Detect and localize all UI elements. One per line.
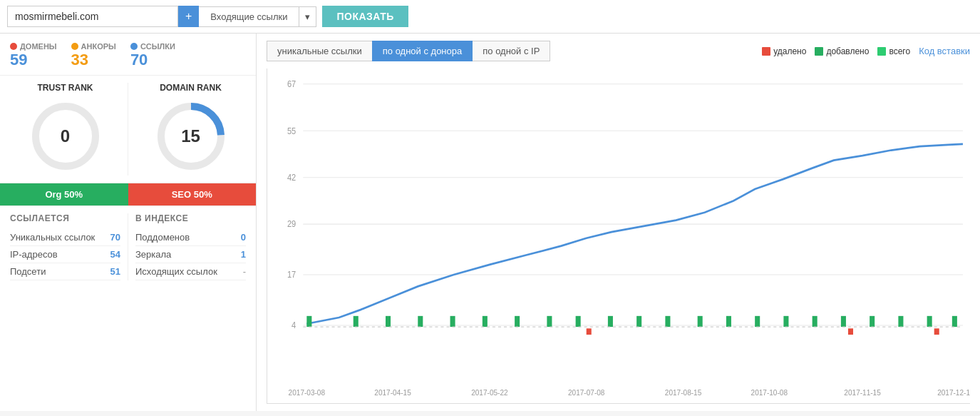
domains-stat: ДОМЕНЫ 59 [10, 42, 57, 69]
domains-dot [10, 43, 17, 50]
links-dot [130, 43, 138, 50]
chart-area: 67 55 42 29 17 4 [267, 69, 970, 404]
tab-one-per-ip[interactable]: по одной с IP [472, 41, 550, 61]
legend-added: добавлено [815, 46, 869, 56]
total-label: всего [889, 46, 910, 56]
v-indekse-col: В ИНДЕКСЕ Поддоменов 0 Зеркала 1 Исходящ… [135, 213, 246, 280]
svg-text:2017-10-08: 2017-10-08 [751, 389, 788, 397]
added-label: добавлено [826, 46, 869, 56]
add-button[interactable]: + [178, 6, 199, 27]
mirrors-label: Зеркала [135, 249, 171, 260]
legend-total: всего [877, 46, 910, 56]
svg-text:29: 29 [287, 220, 296, 228]
anchors-stat: АНКОРЫ 33 [71, 42, 116, 69]
links-label: ССЫЛКИ [130, 42, 175, 51]
links-stat: ССЫЛКИ 70 [130, 42, 175, 69]
tab-one-per-donor[interactable]: по одной с донора [372, 41, 473, 61]
trust-rank-item: TRUST RANK 0 [10, 83, 120, 176]
bar-added [418, 316, 423, 327]
anchors-value: 33 [71, 51, 116, 69]
bar-added [306, 316, 311, 327]
tab-unique-links[interactable]: уникальные ссылки [267, 41, 373, 61]
top-bar: + Входящие ссылки ▾ ПОКАЗАТЬ [0, 0, 980, 34]
bar-added [665, 316, 670, 327]
ip-value: 54 [110, 249, 120, 260]
bar-removed [848, 328, 853, 335]
dropdown-arrow-button[interactable]: ▾ [299, 6, 316, 27]
svg-text:2017-05-22: 2017-05-22 [471, 389, 508, 397]
svg-text:67: 67 [287, 80, 296, 88]
svg-text:4: 4 [292, 321, 296, 330]
trust-rank-chart: 0 [26, 97, 105, 176]
subdomains-value: 0 [241, 232, 246, 243]
bar-added [450, 316, 455, 327]
bar-added [927, 316, 932, 327]
bar-added [870, 316, 875, 327]
svg-text:2017-11-15: 2017-11-15 [844, 389, 881, 397]
bar-added [813, 316, 817, 327]
ip-row: IP-адресов 54 [10, 246, 120, 263]
bar-added [783, 316, 788, 327]
chart-svg: 67 55 42 29 17 4 [267, 69, 970, 403]
bar-added [515, 316, 520, 327]
code-insert-link[interactable]: Код вставки [919, 46, 970, 56]
tabs-legend-row: уникальные ссылки по одной с донора по о… [267, 41, 970, 61]
bar-removed [587, 328, 592, 335]
unique-links-row: Уникальных ссылок 70 [10, 229, 120, 246]
svg-text:2017-08-15: 2017-08-15 [665, 389, 702, 397]
main-content: ДОМЕНЫ 59 АНКОРЫ 33 ССЫЛКИ 70 [0, 34, 980, 411]
ssylaetsya-title: ССЫЛАЕТСЯ [10, 213, 120, 223]
links-value: 70 [130, 51, 175, 69]
bar-added [547, 316, 552, 327]
bar-added [898, 316, 903, 327]
url-input[interactable] [7, 6, 178, 27]
svg-text:2017-07-08: 2017-07-08 [568, 389, 605, 397]
bar-added [354, 316, 359, 327]
org-bar: Org 50% [0, 183, 128, 206]
line-chart [306, 144, 963, 324]
links-section: ССЫЛАЕТСЯ Уникальных ссылок 70 IP-адресо… [0, 206, 256, 285]
trust-rank-value: 0 [61, 126, 70, 146]
domain-rank-item: DOMAIN RANK 15 [135, 83, 246, 176]
podsets-row: Подсети 51 [10, 263, 120, 280]
domain-rank-chart: 15 [152, 97, 230, 176]
anchors-label: АНКОРЫ [71, 42, 116, 51]
link-type-dropdown[interactable]: Входящие ссылки [199, 6, 299, 27]
svg-text:17: 17 [287, 270, 296, 279]
anchors-dot [71, 43, 78, 50]
added-dot [815, 47, 823, 56]
mirrors-row: Зеркала 1 [135, 246, 246, 263]
right-panel: уникальные ссылки по одной с донора по о… [257, 34, 980, 411]
outgoing-label: Исходящих ссылок [135, 266, 217, 277]
show-button[interactable]: ПОКАЗАТЬ [322, 6, 408, 27]
bar-added [636, 316, 641, 327]
ssylaetsya-col: ССЫЛАЕТСЯ Уникальных ссылок 70 IP-адресо… [10, 213, 120, 280]
bar-added [726, 316, 731, 327]
removed-dot [762, 47, 770, 56]
svg-text:42: 42 [287, 173, 296, 182]
seo-bar: SEO 50% [128, 183, 257, 206]
legend-removed: удалено [762, 46, 806, 56]
bar-added [576, 316, 581, 327]
domain-rank-value: 15 [181, 126, 200, 146]
bar-removed [934, 328, 939, 335]
bar-added [952, 316, 957, 327]
trust-rank-label: TRUST RANK [38, 83, 93, 93]
left-panel: ДОМЕНЫ 59 АНКОРЫ 33 ССЫЛКИ 70 [0, 34, 257, 411]
legend-section: удалено добавлено всего Код вставки [762, 46, 970, 56]
unique-links-value: 70 [110, 232, 120, 243]
subdomains-label: Поддоменов [135, 232, 190, 243]
domains-label: ДОМЕНЫ [10, 42, 57, 51]
unique-links-label: Уникальных ссылок [10, 232, 95, 243]
domains-value: 59 [10, 51, 57, 69]
svg-text:55: 55 [287, 126, 296, 135]
svg-text:2017-04-15: 2017-04-15 [374, 389, 411, 397]
v-indekse-title: В ИНДЕКСЕ [135, 213, 246, 223]
ranks-row: TRUST RANK 0 DOMAIN RANK 15 [0, 76, 256, 183]
mirrors-value: 1 [241, 249, 246, 260]
bar-added [841, 316, 846, 327]
svg-text:2017-12-17: 2017-12-17 [937, 389, 970, 397]
podsets-label: Подсети [10, 266, 46, 277]
outgoing-value: - [243, 266, 246, 277]
domain-rank-label: DOMAIN RANK [160, 83, 222, 93]
